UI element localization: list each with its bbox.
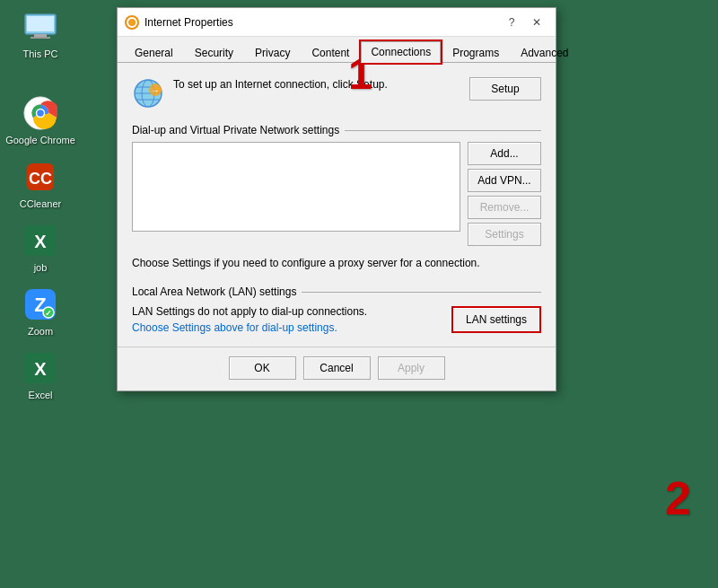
apply-button[interactable]: Apply xyxy=(378,356,445,380)
desktop-icon-thispc[interactable]: This PC xyxy=(4,9,76,59)
lan-settings-button[interactable]: LAN settings xyxy=(451,306,541,333)
desktop-icon-chrome[interactable]: Google Chrome xyxy=(4,95,76,145)
title-bar-left: Internet Properties xyxy=(125,15,233,30)
vpn-buttons: Add... Add VPN... Remove... Settings xyxy=(468,142,541,246)
tab-general[interactable]: General xyxy=(125,41,183,63)
lan-text: LAN Settings do not apply to dial-up con… xyxy=(132,303,367,336)
svg-text:→: → xyxy=(151,85,160,95)
setup-button[interactable]: Setup xyxy=(469,77,541,101)
tab-security[interactable]: Security xyxy=(185,41,243,63)
remove-button[interactable]: Remove... xyxy=(468,196,541,219)
divider-line-1 xyxy=(345,130,541,131)
thispc-icon xyxy=(22,9,58,45)
ok-button[interactable]: OK xyxy=(229,356,296,380)
tab-bar: General Security Privacy Content Connect… xyxy=(118,37,556,63)
dialog-footer: OK Cancel Apply xyxy=(118,347,556,391)
desktop-icons: This PC Google Chrome CC CCleaner xyxy=(0,0,81,400)
dialog-title: Internet Properties xyxy=(144,16,233,29)
vpn-area: Add... Add VPN... Remove... Settings xyxy=(132,142,541,246)
ccleaner-label: CCleaner xyxy=(20,198,61,209)
svg-text:X: X xyxy=(34,359,47,379)
vpn-list[interactable] xyxy=(132,142,460,232)
thispc-label: This PC xyxy=(22,48,57,59)
desktop-icon-zoom[interactable]: Z ✓ Zoom xyxy=(4,286,76,337)
setup-left: → To set up an Internet connection, clic… xyxy=(132,77,469,110)
setup-text: To set up an Internet connection, click … xyxy=(173,77,469,92)
cancel-button[interactable]: Cancel xyxy=(303,356,371,380)
zoom-icon: Z ✓ xyxy=(22,286,58,322)
annotation-2: 2 xyxy=(665,471,691,525)
svg-rect-2 xyxy=(34,34,47,37)
svg-text:✓: ✓ xyxy=(45,309,52,318)
excel-icon: X xyxy=(22,350,58,386)
lan-line1: LAN Settings do not apply to dial-up con… xyxy=(132,303,367,320)
ccleaner-icon: CC xyxy=(22,159,58,195)
tab-programs[interactable]: Programs xyxy=(442,41,509,63)
svg-text:X: X xyxy=(34,232,47,251)
dialog-icon xyxy=(125,15,139,30)
svg-rect-3 xyxy=(31,37,50,39)
job-label: job xyxy=(34,262,48,273)
job-icon: X xyxy=(22,223,58,259)
svg-rect-1 xyxy=(27,16,54,31)
desktop-icon-excel[interactable]: X Excel xyxy=(4,350,76,400)
lan-line2: Choose Settings above for dial-up settin… xyxy=(132,320,367,336)
globe-icon: → xyxy=(132,77,164,110)
tab-advanced[interactable]: Advanced xyxy=(511,41,578,63)
tab-connections[interactable]: Connections xyxy=(361,41,441,63)
setup-row: → To set up an Internet connection, clic… xyxy=(132,74,541,113)
chrome-icon xyxy=(22,95,58,131)
add-vpn-button[interactable]: Add VPN... xyxy=(468,169,541,192)
excel-label: Excel xyxy=(29,390,53,400)
desktop-icon-job[interactable]: X job xyxy=(4,223,76,273)
divider-line-2 xyxy=(302,292,541,293)
add-button[interactable]: Add... xyxy=(468,142,541,165)
settings-button[interactable]: Settings xyxy=(468,223,541,246)
svg-point-7 xyxy=(37,110,44,117)
close-button[interactable]: ✕ xyxy=(525,13,548,31)
lan-content: LAN Settings do not apply to dial-up con… xyxy=(132,303,541,336)
question-button[interactable]: ? xyxy=(500,13,523,31)
zoom-label: Zoom xyxy=(28,326,53,337)
internet-properties-dialog: Internet Properties ? ✕ General Security… xyxy=(117,7,556,391)
chrome-label: Google Chrome xyxy=(5,135,75,145)
tab-privacy[interactable]: Privacy xyxy=(245,41,300,63)
lan-section-label: Local Area Network (LAN) settings xyxy=(132,285,296,298)
lan-section: Local Area Network (LAN) settings LAN Se… xyxy=(132,285,541,336)
dialog-content: → To set up an Internet connection, clic… xyxy=(118,63,556,347)
title-bar: Internet Properties ? ✕ xyxy=(118,8,556,37)
lan-section-divider: Local Area Network (LAN) settings xyxy=(132,285,541,298)
desktop-icon-ccleaner[interactable]: CC CCleaner xyxy=(4,159,76,209)
tab-content[interactable]: Content xyxy=(302,41,359,63)
settings-help-text: Choose Settings if you need to configure… xyxy=(132,255,541,271)
dialup-section-divider: Dial-up and Virtual Private Network sett… xyxy=(132,124,541,136)
title-bar-controls: ? ✕ xyxy=(500,13,548,31)
svg-text:CC: CC xyxy=(29,170,52,188)
dialup-section-label: Dial-up and Virtual Private Network sett… xyxy=(132,124,339,136)
